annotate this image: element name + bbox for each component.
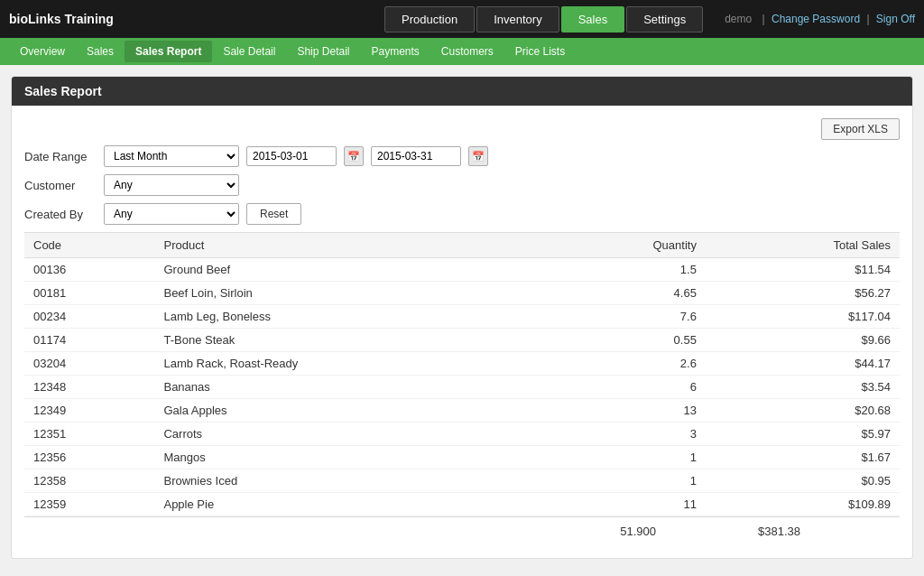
nav-btn-sales[interactable]: Sales: [561, 6, 625, 33]
main-content: Sales Report Export XLS Date Range Last …: [0, 65, 924, 570]
cell-product: Brownies Iced: [154, 469, 546, 493]
cell-total-sales: $20.68: [706, 399, 900, 423]
cell-quantity: 4.65: [547, 282, 706, 305]
subnav-sales[interactable]: Sales: [76, 41, 125, 62]
date-start-icon[interactable]: 📅: [344, 146, 364, 166]
subnav-customers[interactable]: Customers: [430, 41, 504, 62]
cell-quantity: 3: [547, 423, 706, 446]
app-title: bioLinks Training: [9, 12, 114, 26]
cell-quantity: 7.6: [547, 305, 706, 329]
cell-code: 01174: [24, 329, 154, 352]
cell-product: Lamb Rack, Roast-Ready: [154, 352, 546, 376]
cell-product: T-Bone Steak: [154, 329, 546, 352]
cell-product: Beef Loin, Sirloin: [154, 282, 546, 305]
cell-code: 12351: [24, 423, 154, 446]
report-footer: 51.900 $381.38: [24, 516, 900, 545]
cell-code: 00234: [24, 305, 154, 329]
cell-product: Carrots: [154, 423, 546, 446]
created-by-select[interactable]: Any: [104, 203, 239, 225]
cell-total-sales: $5.97: [706, 423, 900, 446]
subnav-price-lists[interactable]: Price Lists: [504, 41, 576, 62]
date-start-input[interactable]: [246, 146, 337, 166]
cell-product: Mangos: [154, 446, 546, 469]
table-row: 12356 Mangos 1 $1.67: [24, 446, 900, 469]
cell-code: 12359: [24, 493, 154, 516]
cell-quantity: 1: [547, 446, 706, 469]
customer-label: Customer: [24, 179, 97, 192]
customer-select[interactable]: Any: [104, 174, 239, 196]
table-row: 01174 T-Bone Steak 0.55 $9.66: [24, 329, 900, 352]
sales-report-table: Code Product Quantity Total Sales 00136 …: [24, 232, 900, 516]
table-row: 12348 Bananas 6 $3.54: [24, 376, 900, 399]
cell-product: Gala Apples: [154, 399, 546, 423]
cell-quantity: 2.6: [547, 352, 706, 376]
cell-total-sales: $0.95: [706, 469, 900, 493]
date-end-input[interactable]: [371, 146, 461, 166]
change-password-link[interactable]: Change Password: [772, 13, 860, 25]
export-row: Export XLS: [24, 118, 900, 140]
report-title: Sales Report: [12, 77, 912, 106]
cell-product: Lamb Leg, Boneless: [154, 305, 546, 329]
table-row: 03204 Lamb Rack, Roast-Ready 2.6 $44.17: [24, 352, 900, 376]
nav-btn-production[interactable]: Production: [384, 6, 475, 33]
cell-quantity: 13: [547, 399, 706, 423]
created-by-label: Created By: [24, 208, 97, 221]
cell-total-sales: $56.27: [706, 282, 900, 305]
date-end-icon[interactable]: 📅: [468, 146, 488, 166]
footer-quantity-total: 51.900: [584, 525, 656, 538]
col-total-sales: Total Sales: [706, 233, 900, 258]
cell-quantity: 6: [547, 376, 706, 399]
date-range-select[interactable]: Last Month This Month Custom: [104, 145, 239, 167]
table-row: 00136 Ground Beef 1.5 $11.54: [24, 258, 900, 282]
cell-code: 12358: [24, 469, 154, 493]
subnav-sales-report[interactable]: Sales Report: [125, 41, 212, 62]
col-code: Code: [24, 233, 154, 258]
cell-code: 00136: [24, 258, 154, 282]
col-quantity: Quantity: [547, 233, 706, 258]
cell-product: Bananas: [154, 376, 546, 399]
table-row: 12349 Gala Apples 13 $20.68: [24, 399, 900, 423]
cell-total-sales: $109.89: [706, 493, 900, 516]
cell-total-sales: $11.54: [706, 258, 900, 282]
cell-code: 12348: [24, 376, 154, 399]
cell-code: 03204: [24, 352, 154, 376]
cell-product: Apple Pie: [154, 493, 546, 516]
table-row: 12351 Carrots 3 $5.97: [24, 423, 900, 446]
export-button[interactable]: Export XLS: [821, 118, 900, 140]
filter-created-by: Created By Any Reset: [24, 203, 900, 225]
table-row: 12358 Brownies Iced 1 $0.95: [24, 469, 900, 493]
cell-quantity: 0.55: [547, 329, 706, 352]
sign-out-link[interactable]: Sign Off: [876, 13, 915, 25]
subnav-overview[interactable]: Overview: [9, 41, 76, 62]
table-header-row: Code Product Quantity Total Sales: [24, 233, 900, 258]
top-bar: bioLinks Training Production Inventory S…: [0, 0, 924, 38]
cell-total-sales: $117.04: [706, 305, 900, 329]
subnav-payments[interactable]: Payments: [360, 41, 430, 62]
nav-btn-settings[interactable]: Settings: [626, 6, 703, 33]
cell-code: 12349: [24, 399, 154, 423]
cell-total-sales: $44.17: [706, 352, 900, 376]
cell-total-sales: $3.54: [706, 376, 900, 399]
subnav-ship-detail[interactable]: Ship Detail: [286, 41, 360, 62]
table-row: 12359 Apple Pie 11 $109.89: [24, 493, 900, 516]
filter-customer: Customer Any: [24, 174, 900, 196]
cell-product: Ground Beef: [154, 258, 546, 282]
cell-total-sales: $1.67: [706, 446, 900, 469]
report-card: Sales Report Export XLS Date Range Last …: [11, 76, 913, 559]
cell-total-sales: $9.66: [706, 329, 900, 352]
table-row: 00181 Beef Loin, Sirloin 4.65 $56.27: [24, 282, 900, 305]
report-body: Export XLS Date Range Last Month This Mo…: [12, 106, 912, 558]
cell-code: 12356: [24, 446, 154, 469]
filter-date-range: Date Range Last Month This Month Custom …: [24, 145, 900, 167]
footer-sales-total: $381.38: [728, 525, 800, 538]
reset-button[interactable]: Reset: [246, 203, 301, 225]
username: demo: [725, 13, 752, 25]
subnav-sale-detail[interactable]: Sale Detail: [212, 41, 286, 62]
cell-quantity: 11: [547, 493, 706, 516]
secondary-nav: Overview Sales Sales Report Sale Detail …: [0, 38, 924, 65]
top-nav: Production Inventory Sales Settings: [384, 6, 703, 33]
user-info: demo | Change Password | Sign Off: [721, 13, 915, 25]
cell-quantity: 1.5: [547, 258, 706, 282]
nav-btn-inventory[interactable]: Inventory: [476, 6, 559, 33]
cell-quantity: 1: [547, 469, 706, 493]
